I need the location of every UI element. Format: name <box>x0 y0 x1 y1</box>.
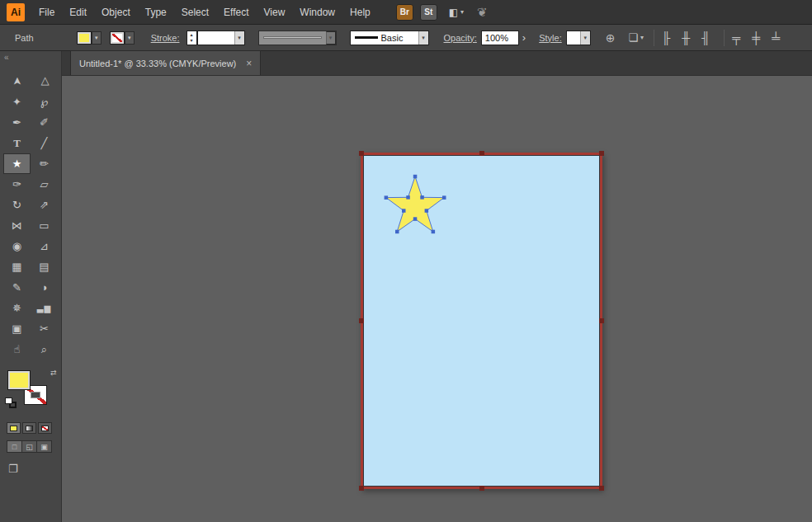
anchor-point[interactable] <box>413 175 418 179</box>
star-shape[interactable] <box>386 176 444 232</box>
width-profile-select[interactable]: ▾ <box>258 31 337 45</box>
stroke-weight-select[interactable]: ▾ <box>197 31 245 45</box>
anchor-point[interactable] <box>395 230 399 234</box>
anchor-point[interactable] <box>432 230 436 234</box>
stepper-down-icon[interactable]: ▾ <box>190 38 192 44</box>
bounding-box-handle[interactable] <box>359 486 364 491</box>
style-label[interactable]: Style: <box>539 33 562 43</box>
eraser-tool[interactable]: ▱ <box>31 174 58 195</box>
document-setup-control[interactable]: ❏ ▾ <box>628 31 644 44</box>
pencil-tool[interactable]: ✏ <box>31 153 58 174</box>
workspace-switcher[interactable]: ◧ ▾ <box>449 7 464 18</box>
canvas[interactable] <box>62 76 812 522</box>
align-top-icon[interactable]: ╤ <box>728 31 744 45</box>
shape-builder-tool[interactable]: ◉ <box>3 236 31 256</box>
artboard-tool[interactable]: ▣ <box>3 318 31 339</box>
opacity-flyout-icon[interactable]: › <box>522 32 526 44</box>
anchor-point[interactable] <box>420 195 424 200</box>
bounding-box-handle[interactable] <box>479 151 484 156</box>
bounding-box-handle[interactable] <box>479 486 484 491</box>
none-button[interactable] <box>38 422 52 434</box>
collapse-panel-icon[interactable]: « <box>4 53 9 62</box>
column-graph-tool[interactable]: ▃▆ <box>31 298 58 318</box>
default-swatches-icon[interactable] <box>5 397 18 410</box>
menu-file[interactable]: File <box>31 0 62 25</box>
direct-selection-tool[interactable]: ▷ <box>34 68 54 95</box>
chevron-down-icon[interactable]: ▾ <box>580 31 590 45</box>
pen-tool[interactable]: ✒ <box>3 112 31 133</box>
menu-effect[interactable]: Effect <box>216 0 256 25</box>
blend-tool[interactable]: ◑ <box>31 277 58 298</box>
stroke-label[interactable]: Stroke: <box>151 33 180 43</box>
align-right-icon[interactable]: ╢ <box>697 31 714 45</box>
align-left-icon[interactable]: ╟ <box>658 31 674 45</box>
menu-type[interactable]: Type <box>138 0 174 25</box>
anchor-point[interactable] <box>402 209 406 212</box>
stroke-weight-stepper[interactable]: ▴ ▾ <box>186 31 197 45</box>
chevron-down-icon[interactable]: ▾ <box>418 31 428 45</box>
fill-swatch-indicator[interactable] <box>7 370 31 390</box>
chevron-down-icon[interactable]: ▾ <box>92 31 102 45</box>
draw-behind-button[interactable]: ◱ <box>21 440 37 453</box>
star-object[interactable] <box>370 169 460 245</box>
color-button[interactable] <box>7 422 21 434</box>
gradient-tool[interactable]: ▤ <box>31 256 58 277</box>
menu-edit[interactable]: Edit <box>62 0 94 25</box>
bounding-box-handle[interactable] <box>359 151 364 156</box>
anchor-point[interactable] <box>413 217 418 221</box>
opacity-label[interactable]: Opacity: <box>444 33 477 43</box>
menu-window[interactable]: Window <box>292 0 342 25</box>
document-tab[interactable]: Untitled-1* @ 33.33% (CMYK/Preview) × <box>70 50 261 75</box>
anchor-point[interactable] <box>442 195 446 200</box>
chevron-down-icon[interactable]: ▾ <box>125 31 135 45</box>
hand-tool[interactable]: ☝ <box>3 339 31 360</box>
anchor-point[interactable] <box>385 195 389 200</box>
free-transform-tool[interactable]: ▭ <box>31 215 58 236</box>
eyedropper-tool[interactable]: ✎ <box>3 277 31 298</box>
align-bottom-icon[interactable]: ╧ <box>767 31 784 45</box>
stepper-up-icon[interactable]: ▴ <box>190 32 192 38</box>
close-icon[interactable]: × <box>246 58 252 69</box>
fill-color-control[interactable]: ▾ <box>77 31 102 45</box>
bounding-box-handle[interactable] <box>359 318 364 323</box>
line-segment-tool[interactable]: ╱ <box>31 133 58 153</box>
gradient-button[interactable] <box>22 422 36 434</box>
zoom-tool[interactable]: ⌕ <box>31 339 58 360</box>
menu-select[interactable]: Select <box>174 0 216 25</box>
bounding-box-handle[interactable] <box>599 151 604 156</box>
bounding-box-handle[interactable] <box>599 486 604 491</box>
selection-tool[interactable]: ➤ <box>7 68 27 95</box>
draw-inside-button[interactable]: ▣ <box>36 440 52 453</box>
stroke-color-control[interactable]: ▾ <box>110 31 135 45</box>
menu-help[interactable]: Help <box>342 0 378 25</box>
menu-view[interactable]: View <box>257 0 293 25</box>
paintbrush-tool[interactable]: ✐ <box>31 112 58 133</box>
bounding-box-handle[interactable] <box>599 318 604 323</box>
rotate-tool[interactable]: ↻ <box>3 195 31 215</box>
width-tool[interactable]: ⋈ <box>3 215 31 236</box>
mesh-tool[interactable]: ▦ <box>3 256 31 277</box>
anchor-point[interactable] <box>425 209 429 212</box>
align-center-icon[interactable]: ╫ <box>677 31 694 45</box>
chevron-down-icon[interactable]: ▾ <box>234 31 244 45</box>
menu-object[interactable]: Object <box>94 0 138 25</box>
anchor-point[interactable] <box>406 195 410 200</box>
blob-brush-tool[interactable]: ✑ <box>3 174 31 195</box>
slice-tool[interactable]: ✂ <box>31 318 58 339</box>
style-select[interactable]: ▾ <box>566 31 591 45</box>
perspective-grid-tool[interactable]: ⊿ <box>31 236 58 256</box>
stock-button[interactable]: St <box>420 4 437 21</box>
star-tool[interactable]: ★ <box>3 153 31 174</box>
type-tool[interactable]: T <box>3 133 31 153</box>
align-middle-icon[interactable]: ╪ <box>748 31 764 45</box>
opacity-input[interactable]: 100% <box>481 31 519 45</box>
swap-fill-stroke-icon[interactable]: ⇄ <box>50 369 57 377</box>
bridge-button[interactable]: Br <box>396 4 413 21</box>
scale-tool[interactable]: ⇗ <box>31 195 58 215</box>
draw-normal-button[interactable]: □ <box>7 440 22 453</box>
feather-icon[interactable]: ❦ <box>477 5 488 20</box>
globe-icon[interactable]: ⊕ <box>606 31 616 45</box>
brush-definition-select[interactable]: Basic ▾ <box>350 31 429 45</box>
screen-mode-button[interactable]: ❐ <box>8 461 28 476</box>
symbol-sprayer-tool[interactable]: ✵ <box>3 298 31 318</box>
